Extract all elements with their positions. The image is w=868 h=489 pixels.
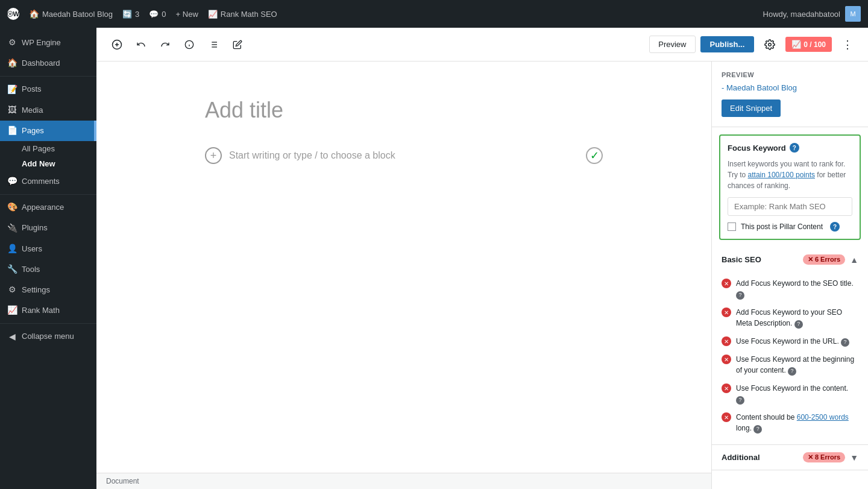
seo-error-item: ✕ Use Focus Keyword at the beginning of …: [722, 350, 858, 379]
redo-button[interactable]: [154, 34, 176, 55]
sidebar-item-wp-engine[interactable]: ⚙ WP Engine: [0, 33, 96, 53]
sidebar-item-media[interactable]: 🖼 Media: [0, 100, 96, 121]
attain-points-link[interactable]: attain 100/100 points: [748, 171, 815, 179]
admin-bar-site-name[interactable]: 🏠 Maedah Batool Blog: [29, 9, 113, 19]
edit-snippet-button[interactable]: Edit Snippet: [722, 99, 781, 117]
sidebar-item-tools[interactable]: 🔧 Tools: [0, 259, 96, 280]
basic-seo-section: Basic SEO ✕ 6 Errors ▲ ✕ Add Focus Keywo…: [712, 247, 868, 445]
additional-section-header[interactable]: Additional ✕ 8 Errors ▼: [712, 445, 868, 470]
sidebar: ⚙ WP Engine 🏠 Dashboard 📝 Posts 🖼 Media …: [0, 28, 96, 489]
admin-bar: W W 🏠 Maedah Batool Blog 🔄 3 💬 0 + New 📈…: [0, 0, 868, 28]
pillar-content-checkbox[interactable]: [728, 222, 736, 231]
admin-bar-rank-math[interactable]: 📈 Rank Math SEO: [208, 10, 277, 19]
sidebar-item-collapse[interactable]: ◀ Collapse menu: [0, 326, 96, 347]
settings-gear-button[interactable]: [759, 34, 781, 55]
settings-icon: ⚙: [7, 285, 17, 295]
basic-seo-error-badge: ✕ 6 Errors: [803, 254, 845, 265]
sidebar-item-settings[interactable]: ⚙ Settings: [0, 280, 96, 300]
additional-error-badge: ✕ 8 Errors: [803, 452, 845, 462]
publish-button[interactable]: Publish...: [700, 36, 755, 52]
tools-icon: 🔧: [7, 265, 17, 274]
seo-error-item: ✕ Use Focus Keyword in the content. ?: [722, 379, 858, 408]
seo-score-badge[interactable]: 📈 0 / 100: [785, 37, 832, 52]
focus-keyword-section: Focus Keyword ? Insert keywords you want…: [719, 134, 861, 240]
preview-button[interactable]: Preview: [649, 36, 695, 53]
basic-seo-header[interactable]: Basic SEO ✕ 6 Errors ▲: [712, 247, 868, 272]
error-x-icon: ✕: [722, 308, 731, 317]
info-button[interactable]: [178, 34, 200, 55]
seo-error-item: ✕ Use Focus Keyword in the URL. ?: [722, 332, 858, 350]
seo-error-item: ✕ Add Focus Keyword to your SEO Meta Des…: [722, 303, 858, 332]
seo-panel: Preview - Maedah Batool Blog Edit Snippe…: [711, 62, 868, 489]
collapse-icon: ◀: [7, 332, 17, 341]
users-icon: 👤: [7, 244, 17, 254]
media-icon: 🖼: [7, 106, 17, 115]
error-x-icon: ✕: [722, 412, 731, 422]
plugins-icon: 🔌: [7, 223, 17, 233]
wp-logo[interactable]: W W: [7, 8, 19, 20]
preview-label: Preview: [722, 71, 858, 78]
sidebar-item-appearance[interactable]: 🎨 Appearance: [0, 197, 96, 218]
more-options-button[interactable]: ⋮: [837, 34, 858, 55]
edit-button[interactable]: [227, 34, 248, 55]
focus-keyword-help-icon[interactable]: ?: [790, 143, 799, 153]
sidebar-item-plugins[interactable]: 🔌 Plugins: [0, 218, 96, 238]
page-title-input[interactable]: Add title: [205, 98, 603, 123]
dashboard-icon: 🏠: [7, 58, 17, 68]
sidebar-sub-all-pages[interactable]: All Pages: [0, 141, 96, 156]
admin-bar-new[interactable]: + New: [176, 10, 198, 19]
seo-error-item: ✕ Content should be 600-2500 words long.…: [722, 408, 858, 437]
block-placeholder-text: Start writing or type / to choose a bloc…: [229, 150, 395, 161]
sidebar-item-pages[interactable]: 📄 Pages: [0, 121, 96, 141]
sidebar-item-posts[interactable]: 📝 Posts: [0, 79, 96, 99]
seo-preview-section: Preview - Maedah Batool Blog Edit Snippe…: [712, 62, 868, 127]
editor-toolbar: Preview Publish... 📈 0 / 100 ⋮: [96, 28, 868, 62]
additional-section: Additional ✕ 8 Errors ▼: [712, 445, 868, 470]
add-block-button[interactable]: +: [205, 147, 222, 164]
admin-bar-right: Howdy, maedahbatool M: [763, 6, 861, 22]
user-avatar[interactable]: M: [845, 6, 861, 22]
focus-keyword-description: Insert keywords you want to rank for. Tr…: [728, 159, 852, 191]
grammar-check-icon[interactable]: ✓: [586, 147, 603, 164]
focus-keyword-header: Focus Keyword ?: [728, 143, 852, 153]
pillar-content-row: This post is Pillar Content ?: [728, 222, 852, 232]
word-count-link[interactable]: 600-2500 words: [797, 413, 849, 421]
admin-bar-updates[interactable]: 🔄 3: [122, 10, 139, 19]
basic-seo-chevron-icon: ▲: [850, 255, 858, 265]
sidebar-item-users[interactable]: 👤 Users: [0, 239, 96, 259]
posts-icon: 📝: [7, 84, 17, 94]
appearance-icon: 🎨: [7, 203, 17, 212]
additional-chevron-icon: ▼: [850, 453, 858, 462]
error-x-icon: ✕: [722, 336, 731, 346]
sidebar-sub-add-new[interactable]: Add New: [0, 156, 96, 171]
error-x-icon: ✕: [722, 279, 731, 288]
editor-body: Add title + Start writing or type / to c…: [96, 62, 868, 489]
toolbar-right: Preview Publish... 📈 0 / 100 ⋮: [649, 34, 858, 55]
editor-block-row: + Start writing or type / to choose a bl…: [205, 147, 603, 164]
pillar-content-help-icon[interactable]: ?: [830, 222, 840, 232]
error-x-icon: ✕: [722, 383, 731, 393]
list-view-button[interactable]: [203, 34, 224, 55]
preview-blog-name: - Maedah Batool Blog: [722, 83, 858, 92]
sidebar-item-rank-math[interactable]: 📈 Rank Math: [0, 300, 96, 321]
editor-writing-area[interactable]: Add title + Start writing or type / to c…: [96, 62, 711, 489]
focus-keyword-input[interactable]: [728, 197, 852, 216]
pages-icon: 📄: [7, 126, 17, 136]
sidebar-item-comments[interactable]: 💬 Comments: [0, 171, 96, 192]
seo-error-list: ✕ Add Focus Keyword to the SEO title. ? …: [712, 272, 868, 444]
svg-text:W: W: [8, 13, 11, 16]
error-x-icon: ✕: [722, 355, 731, 364]
undo-button[interactable]: [130, 34, 152, 55]
sidebar-item-dashboard[interactable]: 🏠 Dashboard: [0, 53, 96, 74]
main-content: Preview Publish... 📈 0 / 100 ⋮: [96, 28, 868, 489]
wp-engine-icon: ⚙: [7, 38, 17, 48]
svg-point-14: [769, 43, 772, 46]
seo-error-item: ✕ Add Focus Keyword to the SEO title. ?: [722, 274, 858, 303]
rank-math-icon: 📈: [7, 306, 17, 315]
document-bar: Document: [96, 473, 711, 489]
admin-bar-comments[interactable]: 💬 0: [149, 10, 166, 19]
add-block-toolbar-button[interactable]: [106, 34, 128, 55]
comments-icon: 💬: [7, 177, 17, 186]
